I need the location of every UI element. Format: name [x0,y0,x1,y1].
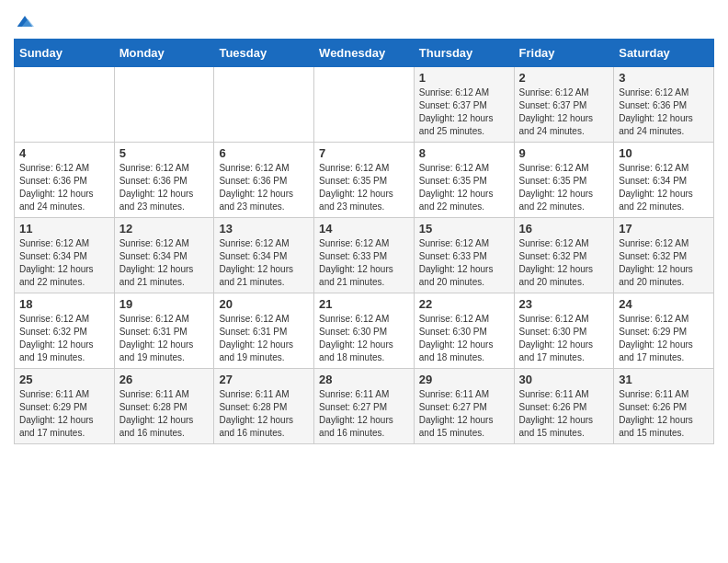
calendar-cell [214,67,314,143]
day-info: Sunrise: 6:11 AM Sunset: 6:26 PM Dayligh… [619,388,709,440]
day-info: Sunrise: 6:12 AM Sunset: 6:34 PM Dayligh… [19,237,109,289]
page-header [14,9,714,31]
day-number: 20 [219,297,309,311]
day-info: Sunrise: 6:12 AM Sunset: 6:35 PM Dayligh… [519,162,609,213]
day-info: Sunrise: 6:12 AM Sunset: 6:30 PM Dayligh… [519,313,609,364]
header-saturday: Saturday [614,40,714,67]
day-number: 6 [219,146,309,160]
calendar-cell: 31Sunrise: 6:11 AM Sunset: 6:26 PM Dayli… [614,369,714,444]
day-number: 26 [119,373,210,386]
day-number: 21 [319,297,409,311]
calendar-cell: 6Sunrise: 6:12 AM Sunset: 6:36 PM Daylig… [214,143,314,218]
calendar-cell: 5Sunrise: 6:12 AM Sunset: 6:36 PM Daylig… [114,143,214,218]
calendar-cell: 2Sunrise: 6:12 AM Sunset: 6:37 PM Daylig… [514,67,614,143]
day-info: Sunrise: 6:12 AM Sunset: 6:35 PM Dayligh… [319,162,409,213]
calendar-cell: 4Sunrise: 6:12 AM Sunset: 6:36 PM Daylig… [15,143,115,218]
calendar-cell: 26Sunrise: 6:11 AM Sunset: 6:28 PM Dayli… [114,369,214,444]
day-info: Sunrise: 6:11 AM Sunset: 6:28 PM Dayligh… [119,388,210,440]
calendar-cell: 9Sunrise: 6:12 AM Sunset: 6:35 PM Daylig… [514,143,614,218]
calendar-week-row: 11Sunrise: 6:12 AM Sunset: 6:34 PM Dayli… [15,218,714,293]
calendar-cell: 12Sunrise: 6:12 AM Sunset: 6:34 PM Dayli… [114,218,214,293]
day-number: 30 [519,373,609,386]
calendar-cell: 30Sunrise: 6:11 AM Sunset: 6:26 PM Dayli… [514,369,614,444]
day-info: Sunrise: 6:12 AM Sunset: 6:37 PM Dayligh… [519,86,609,138]
header-friday: Friday [514,40,614,67]
day-info: Sunrise: 6:12 AM Sunset: 6:29 PM Dayligh… [619,313,709,364]
header-thursday: Thursday [414,40,514,67]
day-number: 12 [119,222,210,236]
day-number: 11 [19,222,109,236]
day-info: Sunrise: 6:12 AM Sunset: 6:35 PM Dayligh… [419,162,509,213]
calendar-week-row: 1Sunrise: 6:12 AM Sunset: 6:37 PM Daylig… [15,67,714,143]
calendar-cell: 10Sunrise: 6:12 AM Sunset: 6:34 PM Dayli… [614,143,714,218]
day-number: 13 [219,222,309,236]
day-info: Sunrise: 6:12 AM Sunset: 6:31 PM Dayligh… [119,313,210,364]
day-number: 27 [219,373,309,386]
day-info: Sunrise: 6:12 AM Sunset: 6:32 PM Dayligh… [519,237,609,289]
calendar-cell: 1Sunrise: 6:12 AM Sunset: 6:37 PM Daylig… [414,67,514,143]
day-number: 8 [419,146,509,160]
calendar-cell: 27Sunrise: 6:11 AM Sunset: 6:28 PM Dayli… [214,369,314,444]
calendar-week-row: 18Sunrise: 6:12 AM Sunset: 6:32 PM Dayli… [15,293,714,369]
day-number: 22 [419,297,509,311]
day-number: 16 [519,222,609,236]
day-info: Sunrise: 6:11 AM Sunset: 6:27 PM Dayligh… [419,388,509,440]
calendar-cell: 13Sunrise: 6:12 AM Sunset: 6:34 PM Dayli… [214,218,314,293]
day-number: 2 [519,71,609,85]
day-number: 28 [319,373,409,386]
calendar-cell: 24Sunrise: 6:12 AM Sunset: 6:29 PM Dayli… [614,293,714,369]
day-number: 9 [519,146,609,160]
day-number: 1 [419,71,509,85]
day-info: Sunrise: 6:12 AM Sunset: 6:30 PM Dayligh… [319,313,409,364]
calendar-cell: 25Sunrise: 6:11 AM Sunset: 6:29 PM Dayli… [15,369,115,444]
calendar-cell: 19Sunrise: 6:12 AM Sunset: 6:31 PM Dayli… [114,293,214,369]
day-info: Sunrise: 6:11 AM Sunset: 6:28 PM Dayligh… [219,388,309,440]
day-info: Sunrise: 6:11 AM Sunset: 6:26 PM Dayligh… [519,388,609,440]
calendar-table: SundayMondayTuesdayWednesdayThursdayFrid… [14,39,714,444]
day-number: 24 [619,297,709,311]
day-info: Sunrise: 6:12 AM Sunset: 6:34 PM Dayligh… [119,237,210,289]
day-info: Sunrise: 6:12 AM Sunset: 6:36 PM Dayligh… [119,162,210,213]
day-number: 14 [319,222,409,236]
day-info: Sunrise: 6:12 AM Sunset: 6:36 PM Dayligh… [619,86,709,138]
header-wednesday: Wednesday [314,40,415,67]
logo [14,9,34,31]
header-tuesday: Tuesday [214,40,314,67]
header-monday: Monday [114,40,214,67]
calendar-week-row: 25Sunrise: 6:11 AM Sunset: 6:29 PM Dayli… [15,369,714,444]
day-number: 3 [619,71,709,85]
calendar-cell [15,67,115,143]
calendar-cell: 18Sunrise: 6:12 AM Sunset: 6:32 PM Dayli… [15,293,115,369]
day-number: 10 [619,146,709,160]
day-info: Sunrise: 6:12 AM Sunset: 6:36 PM Dayligh… [219,162,309,213]
calendar-cell: 8Sunrise: 6:12 AM Sunset: 6:35 PM Daylig… [414,143,514,218]
day-info: Sunrise: 6:11 AM Sunset: 6:27 PM Dayligh… [319,388,409,440]
day-number: 5 [119,146,210,160]
calendar-header-row: SundayMondayTuesdayWednesdayThursdayFrid… [15,40,714,67]
calendar-cell: 22Sunrise: 6:12 AM Sunset: 6:30 PM Dayli… [414,293,514,369]
day-info: Sunrise: 6:12 AM Sunset: 6:33 PM Dayligh… [419,237,509,289]
calendar-week-row: 4Sunrise: 6:12 AM Sunset: 6:36 PM Daylig… [15,143,714,218]
logo-icon [16,13,34,31]
day-info: Sunrise: 6:12 AM Sunset: 6:34 PM Dayligh… [219,237,309,289]
calendar-cell: 15Sunrise: 6:12 AM Sunset: 6:33 PM Dayli… [414,218,514,293]
calendar-cell: 28Sunrise: 6:11 AM Sunset: 6:27 PM Dayli… [314,369,415,444]
calendar-cell: 23Sunrise: 6:12 AM Sunset: 6:30 PM Dayli… [514,293,614,369]
day-info: Sunrise: 6:12 AM Sunset: 6:37 PM Dayligh… [419,86,509,138]
calendar-cell: 11Sunrise: 6:12 AM Sunset: 6:34 PM Dayli… [15,218,115,293]
calendar-cell: 3Sunrise: 6:12 AM Sunset: 6:36 PM Daylig… [614,67,714,143]
calendar-cell [314,67,415,143]
day-info: Sunrise: 6:12 AM Sunset: 6:36 PM Dayligh… [19,162,109,213]
day-number: 19 [119,297,210,311]
calendar-cell [114,67,214,143]
day-number: 17 [619,222,709,236]
calendar-cell: 21Sunrise: 6:12 AM Sunset: 6:30 PM Dayli… [314,293,415,369]
calendar-cell: 16Sunrise: 6:12 AM Sunset: 6:32 PM Dayli… [514,218,614,293]
calendar-cell: 7Sunrise: 6:12 AM Sunset: 6:35 PM Daylig… [314,143,415,218]
day-number: 29 [419,373,509,386]
day-info: Sunrise: 6:12 AM Sunset: 6:30 PM Dayligh… [419,313,509,364]
calendar-cell: 29Sunrise: 6:11 AM Sunset: 6:27 PM Dayli… [414,369,514,444]
calendar-cell: 20Sunrise: 6:12 AM Sunset: 6:31 PM Dayli… [214,293,314,369]
day-number: 23 [519,297,609,311]
calendar-cell: 14Sunrise: 6:12 AM Sunset: 6:33 PM Dayli… [314,218,415,293]
